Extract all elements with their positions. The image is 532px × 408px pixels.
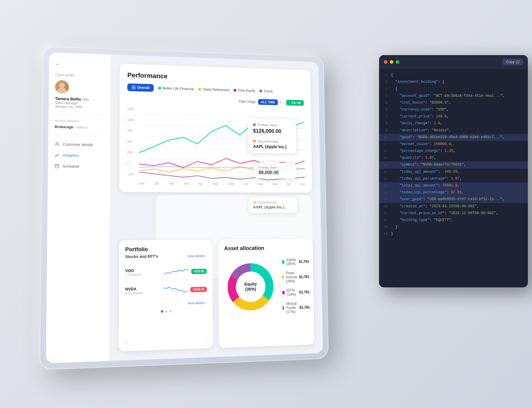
legend-pine: Pine Equity bbox=[234, 88, 255, 93]
device-screen: ← Client profile Tamara Bellis (34) Sale… bbox=[46, 52, 323, 364]
code-line-15: 15 "today_ugl_amount": -348.05, bbox=[379, 169, 528, 175]
chart-controls: ✓ Overall Better Life Financial Oasis Re… bbox=[127, 83, 304, 106]
account-type: Brokerage bbox=[55, 125, 73, 129]
legend-dot-pine bbox=[234, 89, 237, 92]
chart-y-labels: 125K 100K 75K 50K 25K 0 -25K bbox=[127, 107, 134, 176]
mutual-funds-dot bbox=[283, 306, 284, 310]
sidebar-item-customer-details[interactable]: Customer details bbox=[48, 138, 110, 150]
fixed-income-label: Fixed Income (29%) bbox=[286, 271, 299, 283]
tooltip-dot-blue bbox=[253, 123, 256, 126]
code-line-6: 6 "currency_code": "USD", bbox=[379, 106, 528, 113]
stock-change-nvda: -$348.05 bbox=[190, 287, 207, 292]
code-line-10: 10 "guid": "NVDA-d01be228-40e4-0900-b2e6… bbox=[379, 134, 528, 141]
avatar bbox=[55, 80, 69, 94]
device-main: ← Client profile Tamara Bellis (34) Sale… bbox=[39, 46, 328, 370]
dot-1 bbox=[161, 310, 163, 312]
performance-card: Performance ✓ Overall Better Life Financ… bbox=[119, 64, 312, 193]
traffic-light-green bbox=[396, 60, 399, 64]
portfolio-value-tooltip: Portfolio Value $126,000.00 Top performi… bbox=[248, 119, 296, 153]
portfolio-card: Portfolio Stocks and EFT's View details … bbox=[119, 240, 213, 351]
stock-info-voo: VOO 1.3 shares bbox=[125, 268, 161, 277]
code-line-28: 28 } bbox=[379, 224, 528, 231]
tooltip-dot-gold bbox=[253, 140, 256, 143]
calendar-icon bbox=[54, 163, 59, 169]
donut-label: Equity (35%) bbox=[245, 282, 257, 292]
date-range-control: Date range: ALL TIME ▼ bbox=[239, 99, 282, 105]
tooltip2-value: $8,000.00 bbox=[259, 170, 292, 175]
legend-oasis: Oasis Retirement bbox=[198, 87, 229, 92]
nav-label-schedule: Schedule bbox=[62, 164, 79, 169]
stock-change-voo: +$79.05 bbox=[191, 269, 206, 274]
donut-center-label: Equity bbox=[245, 282, 257, 287]
sidebar: ← Client profile Tamara Bellis (34) Sale… bbox=[46, 52, 111, 364]
analytics-icon bbox=[54, 152, 60, 158]
chart-area: 125K 100K 75K 50K 25K 0 -25K bbox=[127, 107, 305, 186]
overall-filter-button[interactable]: ✓ Overall bbox=[127, 83, 154, 92]
code-line-19: 19 "user_guid": "USR-ee0e9593-07e7-ca10-… bbox=[379, 196, 528, 203]
svg-line-2 bbox=[139, 114, 304, 118]
portfolio-dots bbox=[125, 309, 207, 314]
chart-x-labels: Dec Jan Feb Mar Apr May June July Aug Se… bbox=[139, 182, 305, 186]
code-line-13: 13 "quantity": 5.87, bbox=[379, 155, 528, 161]
mutual-funds-value: $1,781 bbox=[299, 305, 310, 310]
next-button[interactable]: › bbox=[205, 336, 207, 342]
asset-legend-mutual-funds: Mutual Funds (17%) $1,781 bbox=[282, 299, 310, 317]
code-content: 1 { 2 "investment_holding": [ 3 { 4 "acc… bbox=[379, 69, 528, 241]
tooltip-top-performing-label: Top performing bbox=[253, 139, 291, 144]
dot-2 bbox=[165, 310, 168, 312]
date-range-badge[interactable]: ALL TIME bbox=[258, 99, 278, 105]
code-line-16: 16 "today_ugl_percentage": 1.67, bbox=[379, 175, 528, 182]
legend-dot-corns bbox=[259, 90, 262, 93]
code-line-20: 20 "created_at": "2023-01-15T00:00:00Z", bbox=[379, 203, 528, 210]
stock-row-nvda: NVDA 4.87 shares -$348.05 bbox=[125, 281, 207, 300]
tooltip-portfolio-label: Portfolio Value bbox=[253, 123, 291, 127]
scene: ← Client profile Tamara Bellis (34) Sale… bbox=[28, 25, 504, 383]
traffic-light-red bbox=[384, 60, 387, 64]
sidebar-item-analytics[interactable]: Analytics bbox=[48, 150, 110, 161]
prev-button[interactable]: ‹ bbox=[125, 338, 127, 345]
equity-dot bbox=[282, 260, 284, 264]
code-panel: Copy 1 { 2 "investment_holding": [ 3 { bbox=[379, 55, 528, 287]
fixed-income-value: $1,781 bbox=[299, 275, 309, 279]
code-titlebar: Copy bbox=[379, 55, 528, 69]
asset-allocation-card: Asset allocation bbox=[218, 239, 314, 348]
stocks-label: Stocks and EFT's bbox=[125, 254, 158, 259]
sidebar-item-schedule[interactable]: Schedule bbox=[48, 161, 110, 172]
performance-title: Performance bbox=[127, 71, 303, 84]
client-dob: January 1st, 1990 bbox=[55, 105, 104, 109]
legend-dot-oasis bbox=[198, 88, 201, 91]
traffic-light-yellow bbox=[390, 60, 393, 64]
view-details-link[interactable]: View details › bbox=[187, 254, 206, 258]
nav-label-analytics: Analytics bbox=[62, 153, 79, 158]
view-details-bottom[interactable]: View details › bbox=[125, 301, 207, 306]
code-line-17: 17 "total_ugl_amount": 70001.0, bbox=[379, 182, 528, 189]
code-line-21: 21 "current_price_as_of": "2023-11-06T00… bbox=[379, 210, 528, 217]
stock-mini-chart-nvda bbox=[163, 284, 187, 295]
person-icon bbox=[54, 142, 60, 147]
code-line-11: 11 "market_value": 150000.0, bbox=[379, 141, 528, 148]
back-button[interactable]: ← bbox=[49, 61, 110, 75]
asset-legend: Equity (35%) $1,781 Fixed Income (29%) $… bbox=[282, 255, 310, 317]
code-line-7: 7 "current_price": 150.0, bbox=[379, 113, 528, 120]
svg-rect-1 bbox=[55, 164, 59, 168]
copy-icon bbox=[516, 60, 520, 64]
account-section: Account selection Brokerage DEFAULT bbox=[48, 114, 110, 135]
copy-button[interactable]: Copy bbox=[503, 59, 523, 65]
donut-center-pct: (35%) bbox=[245, 286, 257, 292]
tooltip-divider bbox=[253, 137, 291, 138]
asset-title: Asset allocation bbox=[224, 245, 307, 252]
code-line-5: 5 "cost_basis": "80000.0", bbox=[379, 99, 528, 106]
portfolio-value-tooltip3: 🟡 Top performing AAPL (Apple Inc.) bbox=[248, 197, 297, 213]
efts-dot bbox=[282, 291, 285, 294]
code-line-4: 4 "account_guid": "ACT-b8c588z8-fd4a-451… bbox=[379, 93, 528, 99]
asset-legend-equity: Equity (35%) $1,781 bbox=[282, 255, 309, 269]
code-line-29: 29 } bbox=[379, 231, 528, 237]
code-line-3: 3 { bbox=[379, 85, 528, 92]
performance-badge: ↑ 2% UP bbox=[286, 100, 304, 106]
stock-mini-chart-voo bbox=[164, 266, 188, 277]
fixed-income-dot bbox=[282, 275, 284, 279]
tooltip3-stock: AAPL (Apple Inc.) bbox=[253, 205, 292, 209]
nav-items: Customer details Analytics bbox=[48, 134, 110, 177]
tooltip2-label: Portfolio Value bbox=[259, 166, 292, 169]
account-badge: DEFAULT bbox=[76, 126, 88, 129]
